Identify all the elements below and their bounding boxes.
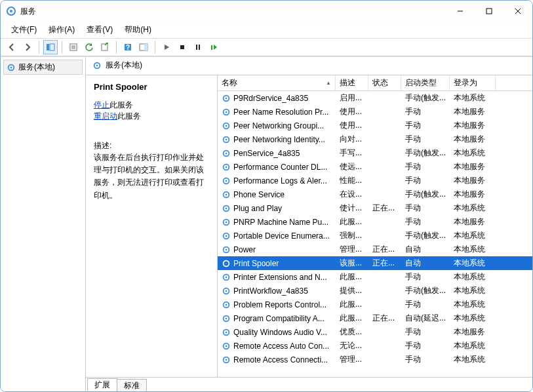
col-name[interactable]: 名称▲: [218, 75, 336, 90]
restart-service-link[interactable]: 重启动: [94, 111, 117, 121]
forward-button[interactable]: [20, 40, 35, 54]
col-startup[interactable]: 启动类型: [401, 75, 450, 90]
cell-startup: 手动: [401, 105, 450, 119]
cell-status: [368, 111, 401, 113]
cell-status: [368, 138, 401, 141]
cell-logon: 本地服务: [450, 174, 496, 187]
cell-logon: 本地系统: [450, 298, 496, 311]
service-row[interactable]: Remote Access Auto Con...无论...手动本地系统: [218, 339, 532, 353]
cell-status: [368, 276, 401, 279]
menu-action[interactable]: 操作(A): [43, 23, 80, 37]
cell-name: Program Compatibility A...: [218, 313, 336, 324]
start-service-button[interactable]: [159, 40, 174, 54]
service-row[interactable]: Peer Name Resolution Pr...使用...手动本地服务: [218, 105, 532, 119]
description-label: 描述:: [94, 140, 210, 151]
menu-view[interactable]: 查看(V): [81, 23, 118, 37]
menu-help[interactable]: 帮助(H): [119, 23, 157, 37]
service-name-text: Problem Reports Control...: [233, 300, 326, 309]
close-button[interactable]: [503, 1, 532, 21]
cell-status: 正在...: [368, 311, 401, 325]
tab-standard[interactable]: 标准: [117, 379, 147, 391]
service-row[interactable]: Peer Networking Groupi...使用...手动本地服务: [218, 119, 532, 132]
cell-desc: 优质...: [336, 325, 368, 339]
service-row[interactable]: Problem Reports Control...此服...手动本地系统: [218, 298, 532, 311]
service-row[interactable]: Printer Extensions and N...此服...手动本地系统: [218, 270, 532, 284]
show-hide-tree-button[interactable]: [43, 40, 58, 54]
col-desc[interactable]: 描述: [336, 75, 368, 90]
service-row[interactable]: Performance Logs & Aler...性能...手动本地服务: [218, 174, 532, 187]
maximize-button[interactable]: [475, 1, 503, 21]
service-row[interactable]: Portable Device Enumera...强制...手动(触发...本…: [218, 229, 532, 243]
service-row[interactable]: Power管理...正在...自动本地系统: [218, 243, 532, 256]
toolbar-separator: [116, 41, 117, 54]
svg-point-1: [10, 10, 12, 12]
toolbar-separator: [39, 41, 39, 54]
cell-startup: 手动: [401, 298, 450, 311]
cell-startup: 手动: [401, 353, 450, 366]
cell-startup: 自动: [401, 256, 450, 270]
minimize-button[interactable]: [446, 1, 475, 21]
service-row[interactable]: PNRP Machine Name Pu...此服...手动本地服务: [218, 215, 532, 229]
cell-desc: 使计...: [336, 201, 368, 215]
cell-logon: 本地服务: [450, 119, 496, 132]
service-row[interactable]: Quality Windows Audio V...优质...手动本地服务: [218, 325, 532, 339]
help-button[interactable]: ?: [121, 40, 135, 54]
restart-service-button[interactable]: [207, 40, 221, 54]
svg-rect-17: [180, 45, 184, 49]
cell-logon: 本地系统: [450, 311, 496, 325]
service-row[interactable]: Program Compatibility A...此服...正在...自动(延…: [218, 311, 532, 325]
list-header: 名称▲ 描述 状态 启动类型 登录为: [218, 75, 532, 91]
service-row[interactable]: Print Spooler该服...正在...自动本地系统: [218, 256, 532, 270]
service-row[interactable]: PenService_4a835手写...手动(触发...本地系统: [218, 146, 532, 160]
menu-file[interactable]: 文件(F): [6, 23, 42, 37]
stop-service-link[interactable]: 停止: [94, 100, 109, 109]
svg-rect-20: [211, 45, 212, 50]
cell-logon: 本地系统: [450, 353, 496, 366]
tree-root-services-local[interactable]: 服务(本地): [3, 60, 83, 75]
cell-startup: 手动: [401, 339, 450, 353]
cell-desc: 使远...: [336, 160, 368, 174]
service-name-text: Remote Access Connecti...: [233, 355, 328, 364]
cell-logon: 本地服务: [450, 160, 496, 174]
svg-point-26: [226, 97, 227, 99]
service-row[interactable]: P9RdrService_4a835启用...手动(触发...本地系统: [218, 91, 532, 105]
svg-rect-7: [50, 44, 54, 50]
cell-name: Portable Device Enumera...: [218, 230, 336, 242]
stop-service-button[interactable]: [175, 40, 189, 54]
cell-desc: 此服...: [336, 215, 368, 229]
pause-service-button[interactable]: [191, 40, 205, 54]
cell-name: PenService_4a835: [218, 147, 336, 159]
body: 服务(本地) 服务(本地) Print Spooler 停止此服务: [1, 56, 532, 391]
service-row[interactable]: PrintWorkflow_4a835提供...手动(触发...本地系统: [218, 284, 532, 298]
cell-startup: 手动(触发...: [401, 146, 450, 160]
toolbar-separator: [62, 41, 62, 54]
refresh-button[interactable]: [82, 40, 96, 54]
cell-desc: 提供...: [336, 284, 368, 298]
col-status[interactable]: 状态: [368, 75, 401, 90]
export-list-button[interactable]: [98, 40, 112, 54]
svg-point-28: [226, 111, 227, 113]
cell-status: 正在...: [368, 256, 401, 270]
detail-links: 停止此服务 重启动此服务: [94, 100, 210, 122]
svg-point-32: [226, 138, 227, 140]
col-logon[interactable]: 登录为: [450, 75, 496, 90]
service-name-text: Peer Networking Identity...: [233, 135, 325, 144]
service-row[interactable]: Peer Networking Identity...向对...手动本地服务: [218, 132, 532, 146]
svg-point-62: [226, 345, 227, 347]
service-row[interactable]: Remote Access Connecti...管理...手动本地系统: [218, 353, 532, 366]
svg-text:?: ?: [126, 44, 130, 51]
back-button[interactable]: [5, 40, 19, 54]
action-pane-button[interactable]: [136, 40, 151, 54]
service-row[interactable]: Performance Counter DL...使远...手动本地服务: [218, 160, 532, 174]
cell-status: [368, 359, 401, 361]
svg-rect-6: [47, 44, 49, 50]
properties-button[interactable]: [66, 40, 81, 54]
service-row[interactable]: Phone Service在设...手动(触发...本地服务: [218, 187, 532, 201]
cell-startup: 手动: [401, 132, 450, 146]
selected-service-name: Print Spooler: [94, 82, 210, 92]
tab-extended[interactable]: 扩展: [87, 378, 117, 391]
list-body[interactable]: P9RdrService_4a835启用...手动(触发...本地系统Peer …: [218, 91, 532, 377]
service-name-text: Phone Service: [233, 190, 285, 199]
toolbar-separator: [155, 41, 155, 54]
service-row[interactable]: Plug and Play使计...正在...手动本地系统: [218, 201, 532, 215]
